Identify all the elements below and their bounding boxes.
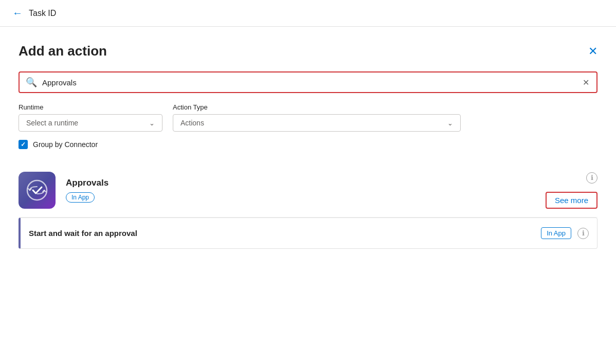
runtime-chevron-icon: ⌄ (149, 119, 155, 127)
start-wait-approval-item[interactable]: Start and wait for an approval In App ℹ (19, 217, 597, 249)
back-button[interactable]: ← (12, 7, 23, 19)
title-row: Add an action ✕ (19, 43, 597, 59)
connector-in-app-badge: In App (66, 192, 95, 203)
main-content: Add an action ✕ 🔍 ✕ Runtime Select a run… (0, 27, 616, 261)
action-type-label: Action Type (173, 103, 461, 111)
runtime-filter-group: Runtime Select a runtime ⌄ (19, 103, 162, 132)
action-in-app-badge: In App (541, 227, 571, 239)
search-input[interactable] (42, 78, 582, 87)
search-icon: 🔍 (26, 77, 37, 88)
search-clear-button[interactable]: ✕ (582, 78, 590, 87)
search-box: 🔍 ✕ (19, 71, 597, 93)
action-type-chevron-icon: ⌄ (447, 119, 453, 127)
connector-icon (19, 172, 56, 209)
approvals-icon-svg (26, 179, 48, 201)
header: ← Task ID (0, 0, 616, 27)
page-title: Add an action (19, 43, 107, 59)
group-by-connector-label: Group by Connector (33, 140, 98, 149)
action-info-icon[interactable]: ℹ (577, 228, 589, 239)
connector-info-icon[interactable]: ℹ (586, 172, 597, 184)
connector-name: Approvals (66, 178, 535, 188)
group-by-connector-checkbox[interactable]: ✓ (19, 140, 28, 149)
action-type-select[interactable]: Actions ⌄ (173, 114, 461, 132)
action-type-select-value: Actions (180, 119, 204, 127)
see-more-button[interactable]: See more (546, 192, 597, 209)
runtime-select-value: Select a runtime (26, 119, 78, 127)
action-type-filter-group: Action Type Actions ⌄ (173, 103, 461, 132)
action-item-right: In App ℹ (541, 227, 589, 239)
filters-row: Runtime Select a runtime ⌄ Action Type A… (19, 103, 597, 132)
header-title: Task ID (29, 9, 56, 18)
checkmark-icon: ✓ (21, 141, 26, 148)
connector-info: Approvals In App (66, 178, 535, 203)
close-button[interactable]: ✕ (588, 46, 597, 57)
approvals-connector-card: Approvals In App ℹ See more (19, 163, 597, 217)
connector-actions: ℹ See more (546, 172, 597, 209)
runtime-label: Runtime (19, 103, 162, 111)
runtime-select[interactable]: Select a runtime ⌄ (19, 114, 162, 132)
group-by-connector-row: ✓ Group by Connector (19, 140, 597, 149)
action-item-text: Start and wait for an approval (29, 229, 533, 238)
